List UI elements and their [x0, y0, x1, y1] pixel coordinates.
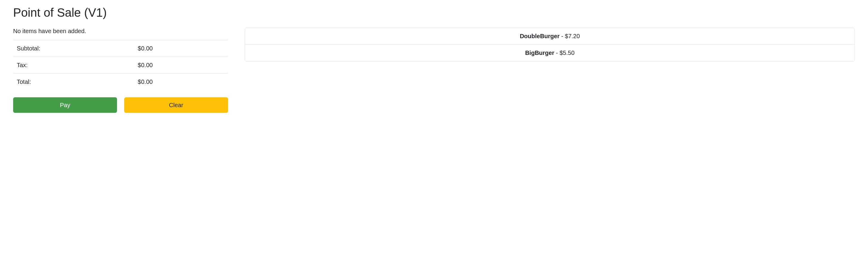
empty-cart-message: No items have been added. — [13, 28, 228, 35]
menu-item-name: BigBurger — [525, 50, 554, 56]
menu-item-name: DoubleBurger — [520, 33, 559, 39]
subtotal-label: Subtotal: — [13, 40, 138, 57]
total-amount: $0.00 — [138, 74, 228, 90]
menu-item-sep: - — [554, 50, 560, 56]
menu-item-price: $5.50 — [560, 50, 575, 56]
clear-button[interactable]: Clear — [124, 97, 228, 113]
menu-item-price: $7.20 — [565, 33, 580, 39]
pay-button[interactable]: Pay — [13, 97, 117, 113]
menu-item-bigburger[interactable]: BigBurger - $5.50 — [245, 44, 855, 61]
menu-item-doubleburger[interactable]: DoubleBurger - $7.20 — [245, 28, 855, 44]
subtotal-row: Subtotal: $0.00 — [13, 40, 228, 57]
tax-label: Tax: — [13, 57, 138, 74]
menu-item-sep: - — [560, 33, 565, 39]
total-label: Total: — [13, 74, 138, 90]
subtotal-amount: $0.00 — [138, 40, 228, 57]
total-row: Total: $0.00 — [13, 74, 228, 90]
page-title: Point of Sale (V1) — [13, 6, 855, 20]
tax-row: Tax: $0.00 — [13, 57, 228, 74]
cart-panel: No items have been added. Subtotal: $0.0… — [13, 28, 228, 113]
totals-table: Subtotal: $0.00 Tax: $0.00 Total: $0.00 — [13, 40, 228, 90]
menu-list: DoubleBurger - $7.20 BigBurger - $5.50 — [245, 28, 855, 61]
menu-panel: DoubleBurger - $7.20 BigBurger - $5.50 — [245, 28, 855, 113]
tax-amount: $0.00 — [138, 57, 228, 74]
